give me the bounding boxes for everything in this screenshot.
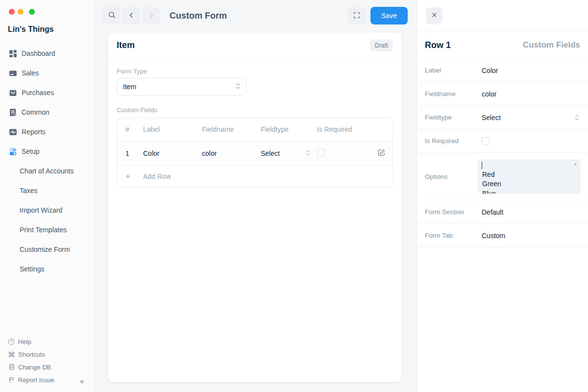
panel-field-fieldtype: Fieldtype Select (417, 106, 588, 129)
sidebar-item-label: Purchases (22, 89, 54, 97)
chevron-updown-icon (575, 114, 579, 121)
common-icon (9, 108, 17, 117)
sidebar: Lin's Things Dashboard Sales Purchases C… (0, 0, 94, 392)
field-label: Fieldname (425, 90, 482, 98)
sidebar-item-sales[interactable]: Sales (0, 63, 94, 83)
sidebar-item-reports[interactable]: Reports (0, 122, 94, 142)
sidebar-item-chart-of-accounts[interactable]: Chart of Accounts (0, 161, 94, 181)
add-row-button[interactable]: + Add Row (117, 166, 392, 187)
sidebar-item-label: Dashboard (22, 49, 55, 57)
close-panel-button[interactable] (426, 7, 442, 24)
panel-field-label: Label Color (417, 59, 588, 82)
fieldtype-select[interactable]: Select (482, 114, 501, 122)
field-label: Fieldtype (425, 114, 482, 121)
sidebar-item-import-wizard[interactable]: Import Wizard (0, 200, 94, 220)
form-type-select[interactable]: Item (117, 78, 246, 96)
form-card-body: Form Type Item Custom Fields # Label Fie… (108, 59, 402, 196)
chevron-left-icon (128, 12, 135, 20)
col-index: # (125, 125, 143, 133)
sidebar-item-customize-form[interactable]: Customize Form (0, 240, 94, 259)
change-db-label: Change DB (18, 364, 51, 371)
sidebar-item-label: Sales (22, 69, 39, 77)
panel-field-is-required: Is Required (417, 129, 588, 153)
row-fieldtype-select[interactable]: Select (261, 149, 317, 157)
page-title: Custom Form (170, 7, 227, 24)
table-row[interactable]: 1 Color color Select (117, 141, 392, 166)
chevron-updown-icon (306, 149, 310, 157)
row-fieldtype-value: Select (261, 149, 280, 157)
setup-icon (9, 147, 17, 156)
panel-title: Row 1 (425, 40, 451, 50)
row-is-required-cell (317, 148, 370, 158)
change-db-button[interactable]: Change DB (0, 361, 94, 373)
plus-icon: + (125, 172, 143, 181)
command-icon: ⌘ (8, 351, 15, 358)
text-caret (482, 162, 482, 169)
col-fieldtype: Fieldtype (261, 125, 317, 133)
collapse-sidebar-icon[interactable]: « (80, 377, 83, 385)
help-label: Help (18, 338, 31, 345)
sales-icon (9, 69, 17, 77)
forward-button[interactable] (143, 7, 160, 24)
database-icon (8, 364, 15, 371)
window-close-button[interactable] (9, 9, 15, 15)
form-title: Item (117, 40, 135, 50)
help-button[interactable]: ? Help (0, 335, 94, 348)
row-fieldname-cell[interactable]: color (202, 149, 261, 157)
add-row-label: Add Row (143, 172, 171, 180)
label-input[interactable]: Color (482, 67, 498, 74)
form-type-value: Item (123, 83, 136, 91)
shortcuts-label: Shortcuts (18, 351, 45, 358)
field-label: Is Required (425, 137, 482, 145)
field-label: Form Section (425, 208, 482, 216)
field-label: Label (425, 67, 482, 74)
window-zoom-button[interactable] (29, 9, 35, 15)
save-button[interactable]: Save (370, 7, 408, 24)
options-value: Red Green Blue Yellow (482, 171, 502, 194)
panel-field-options: Options Red Green Blue Yellow * (417, 153, 588, 200)
fullscreen-icon (353, 11, 361, 21)
row-index: 1 (125, 149, 143, 157)
search-button[interactable] (103, 7, 121, 24)
form-tab-input[interactable]: Custom (482, 232, 505, 240)
is-required-checkbox[interactable] (482, 137, 490, 145)
reports-icon (9, 128, 17, 136)
purchases-icon (9, 89, 17, 97)
status-badge: Draft (370, 40, 393, 51)
sidebar-item-print-templates[interactable]: Print Templates (0, 220, 94, 240)
expand-button[interactable] (348, 7, 366, 24)
is-required-checkbox[interactable] (317, 148, 325, 156)
col-fieldname: Fieldname (202, 125, 261, 133)
sidebar-nav: Dashboard Sales Purchases Common Reports (0, 44, 94, 279)
main-content: Custom Form Save Item Draft Form Type It… (94, 0, 416, 392)
row-detail-panel: Row 1 Custom Fields Label Color Fieldnam… (416, 0, 588, 392)
col-label: Label (143, 125, 202, 133)
edit-row-icon[interactable] (377, 148, 386, 158)
field-label: Options (425, 173, 477, 180)
sidebar-item-common[interactable]: Common (0, 102, 94, 122)
field-label: Form Tab (425, 232, 482, 239)
shortcuts-button[interactable]: ⌘ Shortcuts (0, 348, 94, 361)
back-button[interactable] (122, 7, 140, 24)
sidebar-item-setup[interactable]: Setup (0, 142, 94, 161)
sidebar-item-dashboard[interactable]: Dashboard (0, 44, 94, 63)
options-textarea[interactable]: Red Green Blue Yellow * (477, 159, 581, 194)
form-card-header: Item Draft (108, 32, 402, 59)
form-section-input[interactable]: Default (482, 208, 503, 216)
sidebar-item-purchases[interactable]: Purchases (0, 83, 94, 102)
form-card: Item Draft Form Type Item Custom Fields … (108, 32, 402, 382)
sidebar-item-label: Reports (22, 128, 46, 136)
panel-field-fieldname: Fieldname color (417, 82, 588, 106)
chevron-right-icon (148, 12, 155, 20)
sidebar-footer: ? Help ⌘ Shortcuts Change DB Report Issu… (0, 335, 94, 386)
row-actions-cell (370, 148, 392, 158)
required-asterisk: * (574, 161, 577, 171)
search-icon (108, 11, 116, 21)
workspace-title: Lin's Things (8, 25, 54, 34)
window-minimize-button[interactable] (18, 9, 24, 15)
fieldname-input[interactable]: color (482, 90, 496, 98)
sidebar-item-settings[interactable]: Settings (0, 259, 94, 279)
sidebar-item-taxes[interactable]: Taxes (0, 181, 94, 200)
row-label-cell[interactable]: Color (143, 149, 202, 157)
panel-header: Row 1 Custom Fields (417, 32, 588, 59)
